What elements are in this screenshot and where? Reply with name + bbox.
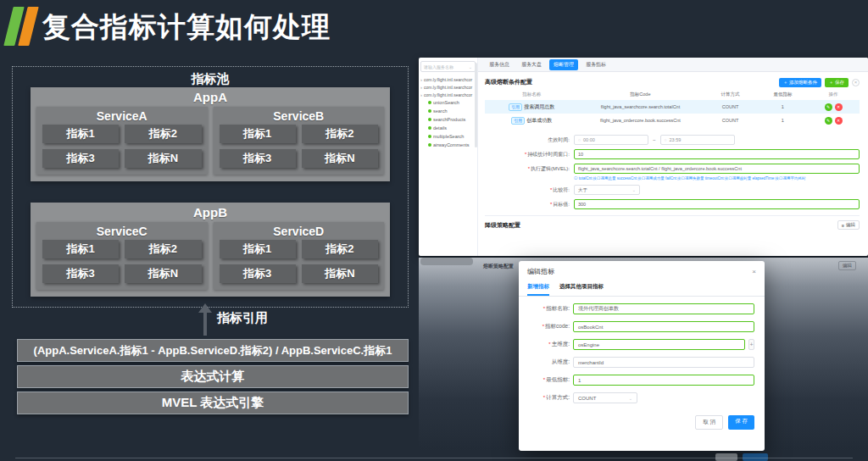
tree-root-label: com.ly.flight.intl.searchcor	[424, 77, 472, 82]
calc-method-value: COUNT	[578, 396, 596, 401]
calc-method: COUNT	[702, 118, 758, 123]
tab-service-info[interactable]: 服务信息	[485, 59, 514, 70]
metric-chip: 指标N	[302, 264, 378, 283]
time-separator: ~	[653, 137, 656, 142]
metric-chip: 指标3	[220, 264, 296, 283]
save-button[interactable]: 保 存	[728, 415, 754, 430]
target-input[interactable]: 300	[574, 199, 860, 209]
required-mark: *	[550, 187, 552, 192]
status-dot-icon	[428, 109, 431, 113]
metric-chip: 指标N	[125, 149, 201, 168]
tab-service-dashboard[interactable]: 服务大盘	[517, 59, 546, 70]
app-a-box: AppA ServiceA 指标1 指标2 指标3 指标N ServiceB 指…	[31, 87, 390, 181]
metric-chip: 指标1	[42, 125, 119, 143]
col-metric-code: 指标Code	[579, 92, 703, 97]
chevron-down-icon: ⌄	[629, 396, 632, 401]
dimmed-sidebar-bar	[420, 258, 473, 265]
main-dimension-input[interactable]: osEngine	[573, 339, 745, 350]
add-dimension-button[interactable]: +	[748, 339, 754, 350]
table-row[interactable]: 引用创单成功数 flight_java_ordercore.book.succe…	[485, 114, 860, 127]
sub-dimension-input[interactable]: merchantId	[573, 357, 754, 368]
tree-child-label: searchProducts	[433, 117, 465, 122]
tree-root-label: com.ly.flight.intl.searchcor	[424, 85, 472, 90]
sidebar-scrollbar[interactable]	[475, 63, 477, 147]
chevron-down-icon: ⌄	[632, 187, 636, 192]
bottom-divider-line	[15, 458, 853, 458]
calc-method-select[interactable]: COUNT⌄	[573, 392, 637, 403]
status-dot-icon	[428, 118, 431, 121]
up-arrow-shaft	[203, 312, 207, 336]
close-icon[interactable]: ×	[752, 268, 756, 275]
chevron-down-icon: ⌄	[469, 64, 472, 69]
tree-child-item[interactable]: unionSearch	[420, 98, 476, 107]
required-mark: *	[542, 324, 544, 329]
min-metric: 1	[759, 118, 807, 123]
required-mark: *	[550, 202, 552, 207]
tree-child-label: search	[433, 108, 448, 114]
time-from-input[interactable]: ○00:00	[574, 135, 648, 145]
tree-child-item[interactable]: airwayComments	[420, 141, 476, 149]
service-search-select[interactable]: 请输入服务名称 ⌄	[420, 61, 476, 72]
service-a-title: ServiceA	[42, 108, 202, 125]
window-input[interactable]: 10	[574, 149, 860, 159]
tree-child-label: multipleSearch	[433, 134, 464, 139]
time-to-input[interactable]: ○23:59	[660, 135, 735, 145]
metric-chip: 指标1	[220, 240, 296, 258]
tree-child-item[interactable]: details	[420, 124, 476, 132]
edit-icon[interactable]: ✎	[825, 117, 832, 125]
cancel-button[interactable]: 取 消	[695, 415, 723, 430]
compare-select[interactable]: 大于⌄	[574, 185, 640, 195]
service-b-title: ServiceB	[220, 108, 379, 125]
tree-root-item[interactable]: ›com.ly.flight.intl.searchcor	[420, 75, 476, 83]
collapse-icon[interactable]: ×	[852, 79, 860, 86]
tree-child-item[interactable]: search	[420, 107, 476, 115]
tab-other-project-metric[interactable]: 选择其他项目指标	[559, 280, 604, 296]
metric-name-input[interactable]: 境外代理商创单数	[573, 303, 754, 314]
effective-time-label: 生效时间:	[485, 136, 574, 144]
tree-child-item[interactable]: searchProducts	[420, 115, 476, 124]
tab-service-metrics[interactable]: 服务指标	[581, 59, 610, 70]
required-mark: *	[528, 166, 530, 171]
required-mark: *	[525, 152, 526, 157]
tab-circuit-break[interactable]: 熔断管理	[549, 59, 578, 70]
col-metric-name: 指标名称	[485, 92, 579, 97]
tree-root-item[interactable]: ›com.ly.flight.intl.searchcor	[420, 91, 476, 98]
caret-right-icon: ›	[420, 85, 422, 90]
target-label: 目标值:	[553, 202, 570, 207]
table-row[interactable]: 引用搜索调用总数 flight_java_searchcore.search.t…	[485, 100, 860, 114]
metric-code: flight_java_searchcore.search.totalCnt	[579, 104, 703, 109]
edit-strategy-button[interactable]: ≡编辑	[837, 220, 860, 230]
console-tabs: 服务信息 服务大盘 熔断管理 服务指标	[478, 58, 868, 72]
metric-chip: 指标2	[125, 240, 201, 258]
mvel-input[interactable]: flight_java_searchcore.search.totalCnt /…	[574, 164, 860, 174]
edit-metric-dialog: 编辑指标 × 新增指标 选择其他项目指标 *指标名称: 境外代理商创单数 *指标…	[519, 261, 765, 451]
table-header-row: 指标名称 指标Code 计算方式 最低指标 操作	[485, 89, 860, 100]
metric-chip: 指标2	[302, 125, 378, 143]
metric-name: 创单成功数	[526, 117, 552, 125]
downgrade-section-title: 降级策略配置	[485, 221, 837, 230]
delete-icon[interactable]: ✕	[835, 103, 843, 111]
tree-root-item[interactable]: ›com.ly.flight.intl.searchcor	[420, 83, 476, 91]
metric-code: flight_java_ordercore.book.successCnt	[579, 118, 703, 123]
window-label: 持续统计时间窗口:	[527, 152, 570, 157]
delete-icon[interactable]: ✕	[835, 117, 843, 125]
save-button[interactable]: ＋ 保存	[825, 78, 849, 87]
min-metric-input[interactable]: 1	[573, 375, 754, 386]
add-condition-button[interactable]: ＋ 添加熔断条件	[779, 78, 821, 87]
required-mark: *	[543, 306, 545, 311]
tab-new-metric[interactable]: 新增指标	[527, 280, 549, 296]
col-calc-method: 计算方式	[702, 92, 758, 97]
slide-title: 复合指标计算如何处理	[42, 8, 331, 47]
metric-chip: 指标N	[302, 149, 378, 168]
info-icon: ⓘ	[574, 176, 578, 181]
service-sidebar: 请输入服务名称 ⌄ ›com.ly.flight.intl.searchcor …	[419, 58, 478, 256]
calc-method: COUNT	[702, 104, 758, 109]
service-a-box: ServiceA 指标1 指标2 指标3 指标N	[36, 107, 208, 175]
tree-child-item[interactable]: multipleSearch	[420, 132, 476, 141]
metric-code-input[interactable]: osBookCnt	[573, 321, 754, 332]
mvel-label: 执行逻辑(MVEL):	[531, 166, 570, 171]
caret-right-icon: ›	[420, 77, 422, 82]
tree-child-label: airwayComments	[433, 142, 469, 147]
metric-chip: 指标1	[42, 240, 119, 258]
edit-icon[interactable]: ✎	[825, 103, 832, 111]
